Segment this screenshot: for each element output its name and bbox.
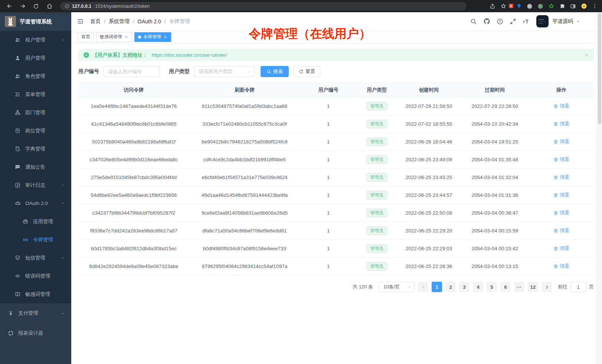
page-number-button[interactable]: ··· (514, 282, 524, 292)
breadcrumb-item[interactable]: OAuth 2.0/ (138, 19, 169, 24)
user-id-input[interactable] (104, 66, 160, 77)
menu-item-icon (15, 291, 21, 297)
next-page-button[interactable] (542, 282, 552, 292)
column-header: 用户编号 (300, 83, 357, 97)
breadcrumb-label: OAuth 2.0 (138, 19, 161, 24)
green-star-extension-icon[interactable] (548, 3, 554, 9)
sidebar-menu-item[interactable]: 应用管理 (0, 212, 71, 231)
sidebar-menu-item[interactable]: 通知公告 (0, 158, 71, 176)
profile-emoji-icon[interactable] (581, 3, 587, 9)
browser-refresh-button[interactable] (31, 1, 41, 11)
breadcrumb-item[interactable]: 系统管理/ (109, 18, 138, 25)
sidebar-menu-item[interactable]: 敏感词管理 (0, 285, 71, 303)
address-bar[interactable]: 127.0.0.1:1024/system/oauth2/token (60, 2, 467, 10)
column-header: 用户类型 (357, 83, 397, 97)
created-time-cell: 2022-06-25 22:29:20 (397, 222, 461, 240)
page-number-button[interactable]: 12 (528, 282, 538, 292)
sidebar-menu-item[interactable]: 角色管理 (0, 67, 71, 85)
page-number-button[interactable]: 5 (487, 282, 497, 292)
expire-time-cell: 2054-03-04 00:13:15 (461, 258, 529, 275)
page-number-button[interactable]: 6 (500, 282, 511, 292)
search-icon[interactable] (470, 18, 477, 25)
site-info-icon[interactable] (65, 4, 69, 9)
share-icon[interactable] (490, 3, 495, 9)
tag-close-icon[interactable] (163, 35, 167, 39)
force-logout-button[interactable]: 强退 (553, 192, 569, 198)
page-tag[interactable]: 敏感词管理 (96, 32, 132, 42)
page-number-button[interactable]: 4 (473, 282, 483, 292)
force-logout-button[interactable]: 强退 (553, 263, 569, 269)
tag-close-icon[interactable] (124, 35, 128, 39)
page-number-button[interactable]: 3 (459, 282, 470, 292)
gray-extension-icon[interactable] (527, 3, 533, 9)
force-logout-button[interactable]: 强退 (553, 227, 569, 234)
sidebar-menu-item[interactable]: OAuth 2.0 (0, 194, 71, 212)
sidebar-menu-item[interactable]: 部门管理 (0, 103, 71, 122)
browser-home-button[interactable] (45, 1, 54, 11)
force-logout-button[interactable]: 强退 (553, 138, 569, 145)
green-extension-icon[interactable] (537, 3, 543, 9)
force-logout-button[interactable]: 强退 (553, 174, 569, 181)
split-screen-icon[interactable] (570, 3, 576, 9)
user-type-select[interactable]: 请选择用户类型 (194, 66, 255, 77)
sidebar-menu-item[interactable]: 错误码管理 (0, 267, 71, 285)
extensions-puzzle-icon[interactable] (559, 3, 565, 9)
refresh-token-cell: 9ce8ef2aa9f14056b831ae9b608e28d5 (189, 204, 300, 222)
browser-back-button[interactable] (4, 1, 14, 11)
prev-page-button[interactable] (418, 282, 428, 292)
github-icon[interactable] (483, 18, 490, 25)
force-logout-button[interactable]: 强退 (553, 245, 569, 252)
sidebar-collapse-icon[interactable] (77, 18, 84, 25)
user-id-cell: 1 (300, 169, 357, 186)
reset-button[interactable]: 重置 (294, 66, 320, 77)
breadcrumb-label: 令牌管理 (169, 18, 190, 25)
doc-link[interactable]: https://doc.iocoder.cn/user-center/ (152, 52, 227, 58)
app-logo-row[interactable]: 芋道管理系统 (0, 12, 71, 31)
sidebar-menu-item[interactable]: 报表设计器 (0, 323, 71, 343)
sidebar-menu-item[interactable]: 岗位管理 (0, 122, 71, 140)
page-number-button[interactable]: 2 (445, 282, 456, 292)
page-number-button[interactable]: 1 (432, 282, 442, 292)
page-tag[interactable]: 首页 (78, 32, 94, 42)
page-tag[interactable]: 令牌管理 (134, 32, 171, 42)
expire-time-cell: 2054-03-04 01:35:48 (461, 151, 529, 169)
action-cell: 强退 (529, 240, 594, 258)
alert-close-icon[interactable] (585, 53, 589, 57)
font-size-icon[interactable]: TT (523, 18, 530, 25)
sidebar-menu-item[interactable]: 菜单管理 (0, 85, 71, 103)
scrollbar-thumb[interactable] (598, 13, 601, 124)
force-logout-button[interactable]: 强退 (553, 156, 569, 163)
user-id-cell: 1 (300, 240, 357, 258)
browser-menu-icon[interactable] (592, 3, 598, 9)
user-name[interactable]: 芋道源码 (552, 18, 573, 25)
sidebar-menu-item[interactable]: 字典管理 (0, 140, 71, 158)
action-cell: 强退 (529, 133, 594, 151)
sidebar-menu-item[interactable]: 短信管理 (0, 249, 71, 267)
goto-page-input[interactable] (570, 282, 586, 292)
force-logout-button[interactable]: 强退 (553, 209, 569, 216)
breadcrumb-item[interactable]: 令牌管理 (169, 18, 197, 25)
menu-item-icon (15, 110, 21, 115)
page-scrollbar[interactable] (597, 12, 602, 364)
sidebar-menu-item[interactable]: 令牌管理 (0, 231, 71, 249)
column-header: 过期时间 (461, 83, 529, 97)
gem-extension-icon[interactable] (516, 3, 522, 9)
browser-forward-button[interactable] (18, 1, 27, 11)
force-logout-button[interactable]: 强退 (553, 120, 569, 127)
bookmark-star-icon[interactable] (500, 3, 507, 9)
sidebar-menu-item[interactable]: 审计日志 (0, 176, 71, 194)
menu-item-label: 支付管理 (18, 310, 38, 317)
search-button[interactable]: 搜索 (261, 66, 289, 77)
breadcrumb-separator: / (164, 19, 166, 24)
fullscreen-icon[interactable] (510, 18, 516, 25)
user-menu-caret-icon[interactable] (576, 20, 580, 23)
sidebar-menu-item[interactable]: 用户管理 (0, 49, 71, 67)
breadcrumb-item[interactable]: 首页/ (90, 18, 109, 25)
help-icon[interactable]: ? (497, 18, 503, 25)
user-avatar[interactable] (536, 15, 549, 27)
page-size-select[interactable]: 10条/页 (379, 282, 415, 292)
sidebar-menu-item[interactable]: 租户管理 (0, 31, 71, 49)
sidebar-menu-item[interactable]: 支付管理 (0, 303, 71, 323)
trash-icon (553, 246, 558, 251)
force-logout-button[interactable]: 强退 (553, 103, 569, 109)
